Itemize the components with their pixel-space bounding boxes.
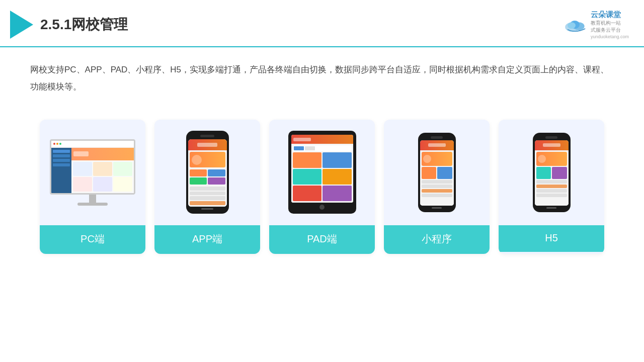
tablet-mockup [288,131,356,214]
brand-name: 云朵课堂 [591,9,629,20]
card-miniprogram-label: 小程序 [384,225,490,254]
phone-mockup-mini [418,133,456,212]
card-app: APP端 [154,120,260,254]
card-h5-label: H5 [499,225,604,252]
card-miniprogram: 小程序 [384,120,490,254]
description-text: 网校支持PC、APP、PAD、小程序、H5，实现多端打通，产品各终端自由切换，数… [0,47,644,101]
header-left: 2.5.1网校管理 [10,11,128,39]
brand-tagline: 教育机构一站 式服务云平台 [591,20,629,34]
cloud-icon [564,16,588,34]
card-pc-image [40,120,145,225]
card-app-label: APP端 [154,225,260,254]
monitor-mockup [48,139,137,206]
cards-container: PC端 [0,106,644,264]
card-pc: PC端 [40,120,145,254]
card-pad: PAD端 [269,120,375,254]
card-pad-label: PAD端 [269,225,375,254]
card-pc-label: PC端 [40,225,145,254]
monitor-screen [50,139,135,195]
logo-triangle-icon [10,11,33,39]
card-h5: H5 [499,120,604,254]
svg-point-3 [568,22,576,29]
brand-url: yunduoketang.com [591,34,629,40]
card-app-image [154,120,260,225]
card-pad-image [269,120,375,225]
card-miniprogram-image [384,120,490,225]
header-right: 云朵课堂 教育机构一站 式服务云平台 yunduoketang.com [564,9,629,40]
brand-logo: 云朵课堂 教育机构一站 式服务云平台 yunduoketang.com [564,9,629,40]
phone-mockup-h5 [533,133,571,212]
card-h5-image [499,120,604,225]
brand-text: 云朵课堂 教育机构一站 式服务云平台 yunduoketang.com [591,9,629,40]
phone-mockup-app [186,131,229,214]
header: 2.5.1网校管理 云朵课堂 教育机构一站 式服务云平台 yunduoketan… [0,0,644,47]
page-title: 2.5.1网校管理 [40,15,128,34]
